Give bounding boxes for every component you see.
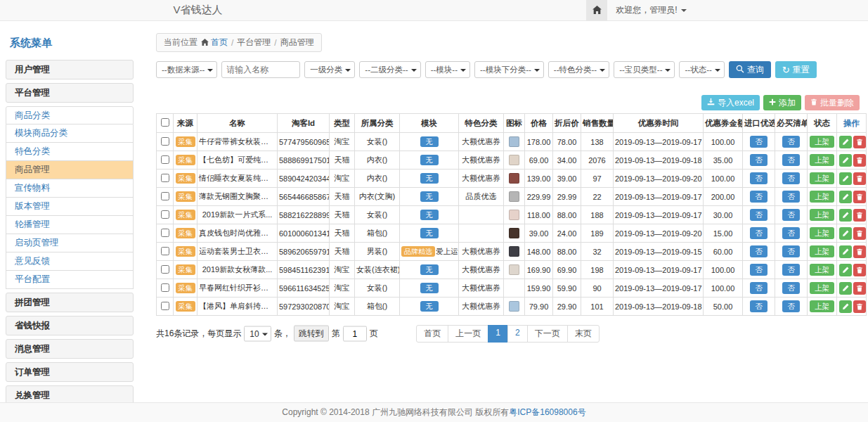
sidebar-item-5[interactable]: 特色分类 (6, 143, 134, 161)
data-source-select[interactable]: --数据来源-- (156, 61, 217, 78)
status-select[interactable]: --状态-- (679, 61, 724, 78)
jump-button[interactable]: 跳转到 (294, 326, 329, 342)
per-page-select[interactable]: 10 (244, 326, 271, 341)
status-button[interactable]: 上架 (810, 209, 834, 221)
delete-button[interactable] (853, 136, 866, 148)
feature-category-select[interactable]: --特色分类-- (548, 61, 609, 78)
status-button[interactable]: 上架 (810, 264, 834, 276)
edit-button[interactable] (839, 172, 852, 185)
import-select-toggle[interactable]: 否 (750, 300, 767, 312)
sidebar-item-11[interactable]: 意见反馈 (6, 252, 134, 271)
page-number-input[interactable] (343, 326, 367, 341)
delete-button[interactable] (853, 154, 866, 167)
status-button[interactable]: 上架 (810, 282, 834, 294)
row-checkbox[interactable] (161, 210, 169, 219)
import-select-toggle[interactable]: 否 (750, 264, 767, 276)
pagination-button-6[interactable]: 末页 (567, 325, 600, 343)
import-select-toggle[interactable]: 否 (750, 227, 767, 239)
reset-button[interactable]: ↻ 重置 (775, 61, 817, 78)
item-type-select[interactable]: --宝贝类型-- (614, 61, 675, 78)
sidebar-item-9[interactable]: 轮播管理 (6, 216, 134, 234)
import-excel-button[interactable]: 导入excel (701, 95, 760, 110)
sidebar-item-16[interactable]: 订单管理 (6, 362, 134, 382)
edit-button[interactable] (839, 136, 852, 148)
delete-button[interactable] (853, 264, 866, 276)
sidebar-item-1[interactable]: 用户管理 (6, 60, 134, 79)
row-checkbox[interactable] (161, 174, 169, 182)
edit-button[interactable] (839, 227, 852, 240)
delete-button[interactable] (853, 209, 866, 222)
select-all-checkbox[interactable] (161, 118, 169, 127)
sidebar-item-6[interactable]: 商品管理 (6, 161, 134, 179)
edit-button[interactable] (839, 209, 852, 222)
row-checkbox[interactable] (161, 247, 169, 255)
status-button[interactable]: 上架 (810, 154, 834, 166)
row-checkbox[interactable] (161, 137, 169, 146)
row-checkbox[interactable] (161, 229, 169, 237)
edit-button[interactable] (839, 264, 852, 276)
must-buy-toggle[interactable]: 否 (782, 136, 800, 148)
must-buy-toggle[interactable]: 否 (782, 264, 800, 276)
home-nav-button[interactable] (586, 0, 607, 20)
pagination-button-3[interactable]: 1 (488, 325, 508, 343)
delete-button[interactable] (853, 172, 866, 185)
status-button[interactable]: 上架 (810, 191, 834, 203)
breadcrumb-home-link[interactable]: 首页 (201, 37, 228, 49)
row-checkbox[interactable] (161, 155, 169, 164)
sidebar-item-10[interactable]: 启动页管理 (6, 234, 134, 252)
sidebar-item-15[interactable]: 消息管理 (6, 339, 134, 359)
edit-button[interactable] (839, 282, 852, 295)
pagination-button-4[interactable]: 2 (507, 325, 528, 343)
row-checkbox[interactable] (161, 283, 169, 292)
import-select-toggle[interactable]: 否 (750, 282, 767, 294)
level1-category-select[interactable]: 一级分类 (304, 61, 355, 78)
must-buy-toggle[interactable]: 否 (782, 227, 800, 239)
sidebar-item-2[interactable]: 平台管理 (6, 83, 134, 103)
pagination-button-1[interactable]: 首页 (416, 325, 448, 343)
delete-button[interactable] (853, 191, 866, 203)
sidebar-item-7[interactable]: 宣传物料 (6, 179, 134, 198)
import-select-toggle[interactable]: 否 (750, 172, 767, 184)
status-button[interactable]: 上架 (810, 227, 834, 239)
sidebar-item-13[interactable]: 拼团管理 (6, 293, 134, 312)
app-brand[interactable]: V省钱达人 (174, 4, 223, 17)
icp-link[interactable]: 粤ICP备16098006号 (509, 407, 585, 417)
must-buy-toggle[interactable]: 否 (782, 172, 800, 184)
import-select-toggle[interactable]: 否 (750, 191, 767, 203)
import-select-toggle[interactable]: 否 (750, 154, 767, 166)
pagination-button-5[interactable]: 下一页 (527, 325, 568, 343)
edit-button[interactable] (839, 245, 852, 258)
pagination-button-2[interactable]: 上一页 (448, 325, 488, 343)
status-button[interactable]: 上架 (810, 245, 834, 257)
delete-button[interactable] (853, 300, 866, 313)
status-button[interactable]: 上架 (810, 136, 834, 148)
sidebar-item-14[interactable]: 省钱快报 (6, 316, 134, 335)
edit-button[interactable] (839, 154, 852, 167)
sidebar-item-3[interactable]: 商品分类 (6, 106, 134, 124)
module-select[interactable]: --模块-- (425, 61, 470, 78)
add-button[interactable]: 添加 (763, 95, 801, 110)
module-subcategory-select[interactable]: --模块下分类-- (474, 61, 544, 78)
search-button[interactable]: 查询 (729, 61, 771, 78)
must-buy-toggle[interactable]: 否 (782, 245, 800, 257)
status-button[interactable]: 上架 (810, 300, 834, 312)
status-button[interactable]: 上架 (810, 172, 834, 184)
delete-button[interactable] (853, 282, 866, 295)
must-buy-toggle[interactable]: 否 (782, 209, 800, 221)
sidebar-item-8[interactable]: 版本管理 (6, 198, 134, 216)
name-search-input[interactable] (221, 61, 300, 78)
delete-button[interactable] (853, 227, 866, 240)
user-menu[interactable]: 欢迎您，管理员! (607, 4, 694, 16)
must-buy-toggle[interactable]: 否 (782, 300, 800, 312)
must-buy-toggle[interactable]: 否 (782, 282, 800, 294)
delete-button[interactable] (853, 245, 866, 258)
batch-delete-button[interactable]: 批量删除 (805, 95, 860, 110)
import-select-toggle[interactable]: 否 (750, 245, 767, 257)
must-buy-toggle[interactable]: 否 (782, 191, 800, 203)
edit-button[interactable] (839, 191, 852, 203)
must-buy-toggle[interactable]: 否 (782, 154, 800, 166)
import-select-toggle[interactable]: 否 (750, 209, 767, 221)
row-checkbox[interactable] (161, 302, 169, 310)
sidebar-item-4[interactable]: 模块商品分类 (6, 124, 134, 143)
edit-button[interactable] (839, 300, 852, 313)
